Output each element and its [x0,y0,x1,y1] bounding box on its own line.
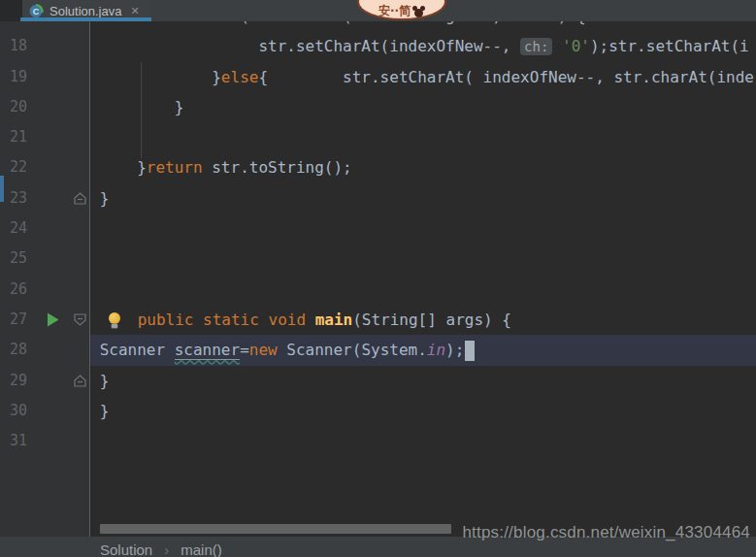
code-line[interactable]: 18 str.setCharAt(indexOfNew--, ch: '0');… [0,31,756,61]
code-segment: new [249,341,278,359]
line-number: 24 [10,213,27,244]
tab-title: Solution.java [49,4,121,18]
code-segment: Scanner(System. [278,341,427,359]
line-number: 21 [10,122,27,152]
code-line[interactable]: 20 } [0,92,756,122]
code-segment: else [221,68,259,86]
gutter-cell[interactable]: 31 [0,426,90,456]
tab-solution-java[interactable]: C Solution.java ✕ [22,0,149,21]
breadcrumb-method[interactable]: main() [181,541,222,557]
code-segment [552,37,562,55]
line-number: 20 [10,92,27,122]
line-number: 29 [10,366,27,396]
sticker-text: 安··简 [378,4,411,17]
gutter-cell[interactable]: 27 [0,305,90,335]
active-tab-underline [20,17,151,21]
intention-bulb-icon[interactable] [108,311,121,329]
fold-end-icon[interactable] [73,374,87,388]
code-segment: (String[] args) { [352,311,511,329]
code-segment: Scanner [90,341,175,359]
code-segment: return [147,158,203,177]
code-segment: str.setCharAt(indexOfNew--, [90,37,520,55]
code-text[interactable]: } [90,396,756,426]
gutter-cell[interactable]: 21 [0,122,90,152]
gutter-cell[interactable]: 20 [0,92,90,122]
horizontal-scrollbar[interactable] [100,524,451,534]
url-watermark: https://blog.csdn.net/weixin_43304464 [462,523,750,542]
gutter-cell[interactable]: 23 [0,183,90,213]
code-text[interactable]: }return str.toString(); [90,152,756,182]
gutter-cell[interactable]: 18 [0,31,90,61]
code-text[interactable] [90,244,756,274]
gutter-cell[interactable]: 26 [0,275,90,305]
gutter-cell[interactable]: 25 [0,244,90,274]
code-text[interactable] [90,426,756,456]
code-segment: str.toString(); [203,158,352,177]
code-text[interactable]: str.setCharAt(indexOfNew--, ch: '0');str… [90,31,756,61]
code-segment: main [315,311,353,329]
parameter-hint: ch: [520,38,552,55]
code-line[interactable]: 24 [0,213,756,244]
code-segment: } [90,402,109,420]
code-text[interactable] [90,122,756,152]
code-segment: public static void [128,311,315,329]
run-icon[interactable] [45,311,61,328]
line-number: 27 [10,305,27,335]
code-line[interactable]: 28 Scanner scanner=new Scanner(System.in… [0,335,756,365]
tab-bar-left-corner [0,0,22,21]
code-segment: '0' [562,37,590,55]
gutter-cell[interactable]: 19 [0,62,90,92]
code-text[interactable]: } [90,92,756,122]
text-cursor [465,341,475,361]
ide-window: if(str.charAt(indexOfOriginal)== '1') {1… [0,0,756,557]
line-number: 28 [10,335,27,365]
java-class-icon: C [28,3,44,18]
gutter-cell[interactable]: 29 [0,366,90,396]
svg-text:C: C [33,7,40,16]
code-text[interactable] [90,275,756,305]
editor-area[interactable]: if(str.charAt(indexOfOriginal)== '1') {1… [0,1,756,456]
line-number: 19 [10,62,27,92]
line-number: 31 [10,426,27,456]
code-segment: } [90,189,109,208]
code-line[interactable]: 26 [0,275,756,305]
fold-end-icon[interactable] [73,191,87,206]
code-line[interactable]: 22 }return str.toString(); [0,152,756,182]
line-number: 23 [10,183,27,213]
line-number: 26 [10,275,27,305]
code-line[interactable]: 19 }else{ str.setCharAt( indexOfNew--, s… [0,62,756,92]
code-line[interactable]: 23 } [0,183,756,213]
code-segment: scanner [175,341,240,360]
gutter-cell[interactable]: 24 [0,213,90,244]
change-marker [0,176,4,202]
code-line[interactable]: 21 [0,122,756,152]
code-line[interactable]: 30 } [0,396,756,426]
code-line[interactable]: 27 public static void main(String[] args… [0,305,756,335]
line-number: 25 [10,244,27,274]
code-text[interactable]: public static void main(String[] args) { [90,305,756,335]
code-text[interactable]: } [90,366,756,396]
code-line[interactable]: 29 } [0,366,756,396]
line-number: 22 [10,152,27,182]
code-segment: in [427,341,445,359]
line-number: 18 [10,31,27,61]
code-text[interactable]: Scanner scanner=new Scanner(System.in); [90,335,756,365]
code-text[interactable] [90,213,756,244]
code-line[interactable]: 31 [0,426,756,456]
code-line[interactable]: 25 [0,244,756,274]
gutter-cell[interactable]: 30 [0,396,90,426]
gutter-cell[interactable]: 28 [0,335,90,365]
code-text[interactable]: } [90,183,756,213]
chevron-right-icon: › [164,541,169,557]
close-icon[interactable]: ✕ [130,6,139,16]
code-segment: = [240,341,249,359]
code-segment: } [90,158,147,177]
code-segment: { str.setCharAt( indexOfNew--, str.charA… [258,68,754,86]
breadcrumb-class[interactable]: Solution [100,541,152,557]
code-text[interactable]: }else{ str.setCharAt( indexOfNew--, str.… [90,62,756,92]
line-number: 30 [10,396,27,426]
gutter-cell[interactable]: 22 [0,152,90,182]
fold-start-icon[interactable] [73,312,87,327]
code-segment: } [90,68,221,86]
code-segment: } [90,372,109,390]
